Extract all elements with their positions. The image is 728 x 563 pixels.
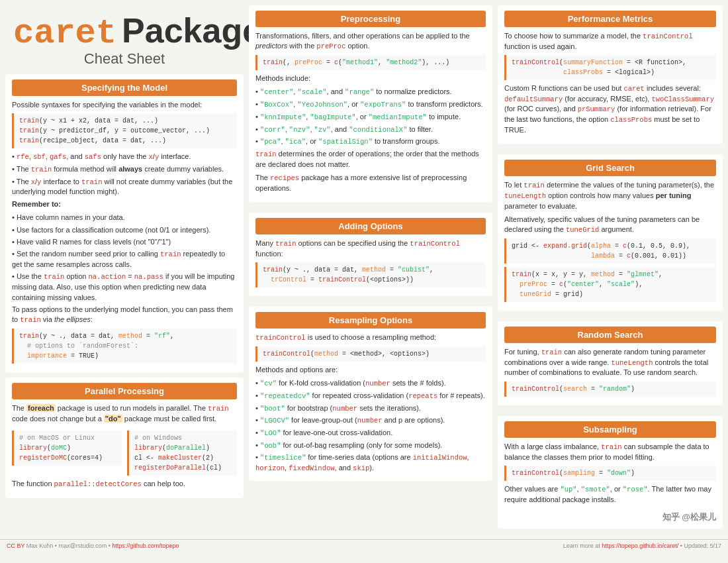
resampling-methods-header: Methods and options are: (255, 365, 486, 375)
main-content: caret Package Cheat Sheet Specifying the… (0, 0, 728, 539)
pass-options-code: train(y ~ ., data = dat, method = "rf", … (12, 329, 237, 364)
specifying-model-header: Specifying the Model (12, 79, 237, 96)
footer-caret-link[interactable]: https://topepo.github.io/caret/ (602, 542, 678, 549)
header: caret Package Cheat Sheet (5, 5, 244, 74)
parallel-detectcores: The function parallel::detectCores can h… (12, 479, 237, 489)
adding-options-section: Adding Options Many train options can be… (249, 213, 492, 296)
method-1: "center", "scale", and "range" to normal… (255, 87, 486, 97)
preprocessing-code: train(, preProc = c("method1", "method2"… (255, 55, 486, 70)
preprocessing-intro: Transformations, filters, and other oper… (255, 31, 486, 52)
grid-text-2: Alternatively, specific values of the tu… (504, 215, 716, 235)
grid-code-2: train(x = x, y = y, method = "glmnet", p… (504, 267, 716, 302)
grid-text-1: To let train determine the values of the… (504, 180, 716, 211)
footer-github-link[interactable]: https://github.com/topepo (112, 542, 179, 549)
specifying-intro: Possible syntaxes for specifying the var… (12, 100, 237, 110)
subsampling-text-2: Other values are "up", "smote", or "rose… (504, 484, 716, 505)
subsampling-code: trainControl(sampling = "down") (504, 466, 716, 481)
parallel-macos-code: # on MacOS or Linux library(doMC) regist… (12, 431, 122, 466)
resamp-boot: "boot" for bootstrap (number sets the it… (255, 403, 486, 414)
grid-code-1: grid <- expand.grid(alpha = c(0.1, 0.5, … (504, 238, 716, 264)
grid-search-header: Grid Search (504, 160, 716, 176)
resamp-repeatedcv: "repeatedcv" for repeated cross-validati… (255, 391, 486, 401)
methods-include: Methods include: (255, 74, 486, 83)
footer: CC BY Max Kuhn • max@rstudio.com • https… (0, 539, 728, 552)
method-3: "knnImpute", "bagImpute", or "medianImpu… (255, 112, 486, 123)
parallel-windows-code: # on Windows library(doParallel) cl <- m… (127, 431, 237, 476)
parallel-code-cols: # on MacOS or Linux library(doMC) regist… (12, 427, 237, 479)
parallel-macos-col: # on MacOS or Linux library(doMC) regist… (12, 427, 122, 479)
resamp-timeslice: "timeslice" for time-series data (option… (255, 452, 486, 473)
subsampling-text-1: With a large class imbalance, train can … (504, 442, 716, 462)
resamp-loo: "LOO" for leave-one-out cross-validation… (255, 428, 486, 438)
remember-3: Have valid R names for class levels (not… (12, 237, 237, 247)
specifying-code-block: train(y ~ x1 + x2, data = dat, ...) trai… (12, 113, 237, 148)
parallel-windows-col: # on Windows library(doParallel) cl <- m… (127, 427, 237, 479)
middle-column: Preprocessing Transformations, filters, … (249, 5, 492, 534)
preprocessing-header: Preprocessing (255, 11, 486, 27)
remember-5: Use the train option na.action = na.pass… (12, 272, 237, 302)
subsampling-section: Subsampling With a large class imbalance… (498, 416, 723, 529)
remember-1: Have column names in your data. (12, 213, 237, 223)
adding-code: train(y ~ ., data = dat, method = "cubis… (255, 262, 486, 287)
remember-2: Use factors for a classification outcome… (12, 225, 237, 235)
left-column: caret Package Cheat Sheet Specifying the… (5, 5, 244, 534)
grid-search-section: Grid Search To let train determine the v… (498, 154, 723, 311)
adding-options-header: Adding Options (255, 218, 486, 234)
random-text: For tuning, train can also generate rand… (504, 347, 716, 378)
random-search-section: Random Search For tuning, train can also… (498, 321, 723, 405)
method-5: "pca", "ica", or "spatialSign" to transf… (255, 136, 486, 147)
resamp-oob: "oob" for out-of-bag resampling (only fo… (255, 440, 486, 451)
resampling-intro: trainControl is used to choose a resampl… (255, 333, 486, 343)
random-search-header: Random Search (504, 327, 716, 343)
resampling-section: Resampling Options trainControl is used … (249, 307, 492, 481)
resampling-code: trainControl(method = <method>, <options… (255, 346, 486, 362)
remember-4: Set the random number seed prior to call… (12, 249, 237, 270)
watermark: 知乎 @松果儿 (504, 511, 716, 523)
performance-text: Custom R functions can be used but caret… (504, 83, 716, 135)
performance-code: trainControl(summaryFunction = <R functi… (504, 55, 716, 80)
performance-intro: To choose how to summarize a model, the … (504, 31, 716, 52)
remember-header: Remember to: (12, 200, 61, 208)
performance-header: Performance Metrics (504, 11, 716, 27)
preprocessing-recipes: The recipes package has a more extensive… (255, 173, 486, 193)
title-caret: caret (13, 14, 116, 53)
title-cheatsheet: Cheat Sheet (13, 50, 236, 68)
resampling-header: Resampling Options (255, 312, 486, 329)
page: caret Package Cheat Sheet Specifying the… (0, 0, 728, 552)
method-4: "corr", "nzv", "zv", and "conditionalX" … (255, 125, 486, 135)
footer-right: Learn more at https://topepo.github.io/c… (563, 542, 721, 549)
parallel-text: The foreach package is used to run model… (12, 403, 237, 424)
subsampling-header: Subsampling (504, 421, 716, 438)
parallel-header: Parallel Processing (12, 383, 237, 399)
pass-options-text: To pass options to the underlying model … (12, 305, 237, 325)
bullet-xy-interface: The x/y interface to train will not crea… (12, 177, 237, 197)
right-column: Performance Metrics To choose how to sum… (498, 5, 723, 534)
random-code: trainControl(search = "random") (504, 382, 716, 397)
footer-cc-link[interactable]: CC BY (7, 542, 24, 549)
parallel-processing-section: Parallel Processing The foreach package … (5, 378, 244, 498)
footer-left: CC BY Max Kuhn • max@rstudio.com • https… (7, 542, 179, 549)
method-2: "BoxCox", "YeoJohnson", or "expoTrans" t… (255, 99, 486, 110)
resamp-lgocv: "LGOCV" for leave-group-out (number and … (255, 415, 486, 426)
resamp-cv: "cv" for K-fold cross-validation (number… (255, 378, 486, 389)
title-package: Package (122, 11, 261, 50)
preprocessing-section: Preprocessing Transformations, filters, … (249, 5, 492, 202)
adding-intro: Many train options can be specified usin… (255, 238, 486, 259)
specifying-model-section: Specifying the Model Possible syntaxes f… (5, 74, 244, 372)
preprocessing-order: train determines the order of operations… (255, 149, 486, 170)
bullet-rfe: rfe, sbf, gafs, and safs only have the x… (12, 152, 237, 162)
bullet-train-formula: The train formula method will always cre… (12, 164, 237, 175)
title-row: caret Package (13, 11, 236, 53)
performance-section: Performance Metrics To choose how to sum… (498, 5, 723, 144)
